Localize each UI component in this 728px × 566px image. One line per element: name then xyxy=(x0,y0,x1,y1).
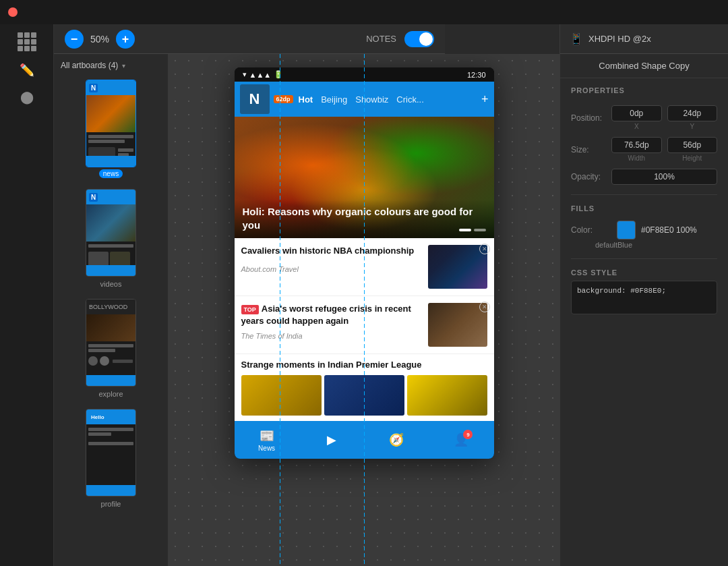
battery-icon: 🔋 xyxy=(274,70,283,79)
artboard-item-profile[interactable]: Hello profile xyxy=(61,409,161,508)
toolbar-left: − 50% + xyxy=(65,30,135,49)
video-nav-icon: ▶ xyxy=(327,432,336,447)
news-feed: Cavaliers win historic NBA championship … xyxy=(235,238,494,421)
artboard-item-news[interactable]: N news xyxy=(61,80,161,178)
divider-css xyxy=(571,258,717,259)
opacity-label: Opacity: xyxy=(571,172,611,181)
notes-label: NOTES xyxy=(366,34,396,44)
bottom-nav-profile[interactable]: 👤 9 xyxy=(429,432,493,447)
opacity-input[interactable] xyxy=(611,169,717,185)
color-hex: #0F88E0 100% xyxy=(641,225,697,235)
zoom-value: 50% xyxy=(90,34,109,45)
toolbar-right: NOTES xyxy=(366,31,434,47)
grid-icon[interactable] xyxy=(18,32,36,51)
nav-item-hot[interactable]: Hot xyxy=(299,94,313,105)
indicator-dot-2 xyxy=(474,229,486,231)
hero-indicators xyxy=(459,229,486,231)
canvas-area: All artboards (4) ▾ N n xyxy=(54,54,559,566)
close-cavaliers-button[interactable]: ✕ xyxy=(479,244,490,254)
toggle-knob xyxy=(419,32,433,46)
width-label: Width xyxy=(628,154,645,162)
news-source-refugee: The Times of India xyxy=(241,332,421,340)
divider-fills xyxy=(571,194,717,195)
right-panel: 📱 XHDPI HD @2x Combined Shape Copy PROPE… xyxy=(559,24,728,566)
device-label: XHDPI HD @2x xyxy=(588,34,651,44)
news-title-refugee: TOPAsia's worst refugee crisis in recent… xyxy=(241,303,421,327)
artboard-label-explore: explore xyxy=(98,390,123,398)
hero-image: Holi: Reasons why organic colours are go… xyxy=(235,117,494,238)
app-logo: N xyxy=(240,84,270,114)
zoom-in-button[interactable]: + xyxy=(116,30,135,49)
size-inputs: Width Height xyxy=(611,137,717,162)
phone-status-bar: ▾ ▲▲▲ 🔋 12:30 xyxy=(235,67,494,82)
size-label: Size: xyxy=(571,145,611,154)
opacity-row: Opacity: xyxy=(571,169,717,185)
x-label: X xyxy=(634,123,639,130)
top-badge: TOP xyxy=(241,305,259,314)
news-nav-icon: 📰 xyxy=(260,428,274,443)
y-input-group: Y xyxy=(667,105,718,130)
artboard-label-videos: videos xyxy=(100,280,122,288)
bottom-nav-news[interactable]: 📰 News xyxy=(235,428,299,452)
news-content-refugee: TOPAsia's worst refugee crisis in recent… xyxy=(241,303,421,340)
height-input-group: Height xyxy=(667,137,718,162)
notes-toggle[interactable] xyxy=(404,31,434,47)
position-inputs: X Y xyxy=(611,105,717,130)
ipl-image-3 xyxy=(407,375,487,416)
x-input-group: X xyxy=(611,105,662,130)
news-item-refugee: TOPAsia's worst refugee crisis in recent… xyxy=(235,296,494,354)
ipl-images xyxy=(241,375,487,416)
artboard-label-profile: profile xyxy=(101,500,121,508)
bottom-nav-video[interactable]: ▶ xyxy=(299,432,364,447)
compass-nav-icon: 🧭 xyxy=(389,432,404,447)
css-code-area[interactable] xyxy=(571,281,717,314)
position-y-input[interactable] xyxy=(667,105,718,121)
properties-section-title: PROPERTIES xyxy=(560,78,728,98)
main-layout: ✏️ ⬤ − 50% + NOTES All artboards (4) xyxy=(0,24,728,566)
top-bar xyxy=(0,0,728,24)
artboard-thumb-profile: Hello xyxy=(86,409,136,497)
color-swatch[interactable] xyxy=(617,221,636,239)
color-label: Color: xyxy=(571,225,611,235)
ipl-title: Strange moments in Indian Premier League xyxy=(241,360,487,370)
ipl-image-2 xyxy=(324,375,404,416)
position-x-input[interactable] xyxy=(611,105,662,121)
size-width-input[interactable] xyxy=(611,137,662,153)
news-nav-label: News xyxy=(258,445,275,452)
position-row: Position: X Y xyxy=(571,105,717,130)
right-toolbar: 📱 XHDPI HD @2x xyxy=(560,24,728,54)
left-sidebar: ✏️ ⬤ xyxy=(0,24,54,566)
zoom-out-button[interactable]: − xyxy=(65,30,84,49)
artboards-header[interactable]: All artboards (4) ▾ xyxy=(61,61,161,70)
artboard-item-explore[interactable]: BOLLYWOOD explore xyxy=(61,299,161,398)
css-section-title: CSS STYLE xyxy=(571,268,717,281)
news-thumb-refugee xyxy=(428,303,487,347)
ipl-image-1 xyxy=(241,375,322,416)
properties-grid: Position: X Y Size: xyxy=(560,98,728,192)
fills-section: FILLS Color: #0F88E0 100% defaultBlue xyxy=(560,198,728,256)
size-height-input[interactable] xyxy=(667,137,718,153)
color-row: Color: #0F88E0 100% xyxy=(571,221,717,239)
artboard-thumb-videos: N xyxy=(86,189,136,277)
circle-icon[interactable]: ⬤ xyxy=(19,89,35,105)
chevron-down-icon: ▾ xyxy=(122,62,125,69)
canvas: ▾ ▲▲▲ 🔋 12:30 N 62dp Hot Beijing xyxy=(169,54,559,566)
app-nav-bar: N 62dp Hot Beijing Showbiz Crick... + xyxy=(235,82,494,117)
news-source-cavaliers: About.com Travel xyxy=(241,265,421,273)
nav-item-cricket[interactable]: Crick... xyxy=(396,94,423,105)
bottom-nav-compass[interactable]: 🧭 xyxy=(364,432,429,447)
artboard-item-videos[interactable]: N videos xyxy=(61,189,161,288)
y-label: Y xyxy=(690,123,694,130)
nav-item-beijing[interactable]: Beijing xyxy=(321,94,347,105)
close-button[interactable] xyxy=(8,7,18,17)
nav-badge: 62dp xyxy=(274,95,293,103)
close-refugee-button[interactable]: ✕ xyxy=(479,302,490,312)
nav-items: Hot Beijing Showbiz Crick... xyxy=(299,94,481,105)
center-toolbar: − 50% + NOTES xyxy=(54,24,445,54)
nav-item-showbiz[interactable]: Showbiz xyxy=(355,94,388,105)
height-label: Height xyxy=(682,154,702,162)
bottom-nav: 📰 News ▶ 🧭 👤 9 xyxy=(235,421,494,459)
pencil-icon[interactable]: ✏️ xyxy=(19,62,35,78)
nav-plus-icon[interactable]: + xyxy=(481,92,489,107)
fills-section-title: FILLS xyxy=(571,204,717,217)
